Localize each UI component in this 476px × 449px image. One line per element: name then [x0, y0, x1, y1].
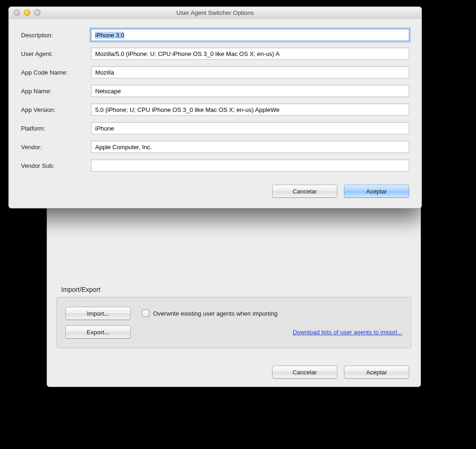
window-title: User Agent Switcher Options: [9, 9, 421, 16]
titlebar: User Agent Switcher Options: [9, 7, 421, 19]
platform-input[interactable]: [91, 122, 409, 134]
accept-button[interactable]: Aceptar: [344, 185, 409, 198]
cancel-button[interactable]: Cancelar: [272, 185, 337, 198]
options-accept-button[interactable]: Aceptar: [344, 366, 409, 379]
dialog-footer: Cancelar Aceptar: [9, 181, 421, 208]
app-code-name-label: App Code Name:: [21, 69, 91, 76]
import-export-title: Import/Export: [61, 286, 411, 293]
checkbox-icon: [142, 310, 149, 317]
app-version-input[interactable]: [91, 104, 409, 116]
user-agent-input[interactable]: [91, 48, 409, 60]
download-lists-link[interactable]: Download lists of user agents to import.…: [293, 329, 402, 336]
platform-label: Platform:: [21, 125, 91, 132]
overwrite-checkbox[interactable]: Overwrite existing user agents when impo…: [142, 310, 278, 317]
app-code-name-input[interactable]: [91, 66, 409, 78]
edit-user-agent-dialog: User Agent Switcher Options Description:…: [8, 7, 422, 208]
import-export-section: Import/Export Import... Overwrite existi…: [56, 286, 411, 348]
options-footer: Cancelar Aceptar: [47, 358, 420, 387]
vendor-sub-label: Vendor Sub:: [21, 162, 91, 169]
import-button[interactable]: Import...: [65, 307, 131, 320]
description-input[interactable]: [91, 29, 409, 41]
app-name-input[interactable]: [91, 85, 409, 97]
export-button[interactable]: Export...: [65, 325, 131, 338]
vendor-label: Vendor:: [21, 144, 91, 151]
vendor-sub-input[interactable]: [91, 159, 409, 172]
overwrite-checkbox-label: Overwrite existing user agents when impo…: [153, 310, 278, 317]
vendor-input[interactable]: [91, 141, 409, 153]
description-label: Description:: [21, 32, 91, 39]
import-export-panel: Import... Overwrite existing user agents…: [56, 297, 411, 348]
options-cancel-button[interactable]: Cancelar: [272, 366, 337, 379]
user-agent-form: Description: User Agent: App Code Name: …: [9, 19, 421, 181]
app-name-label: App Name:: [21, 88, 91, 95]
app-version-label: App Version:: [21, 106, 91, 113]
user-agent-label: User Agent:: [21, 50, 91, 57]
